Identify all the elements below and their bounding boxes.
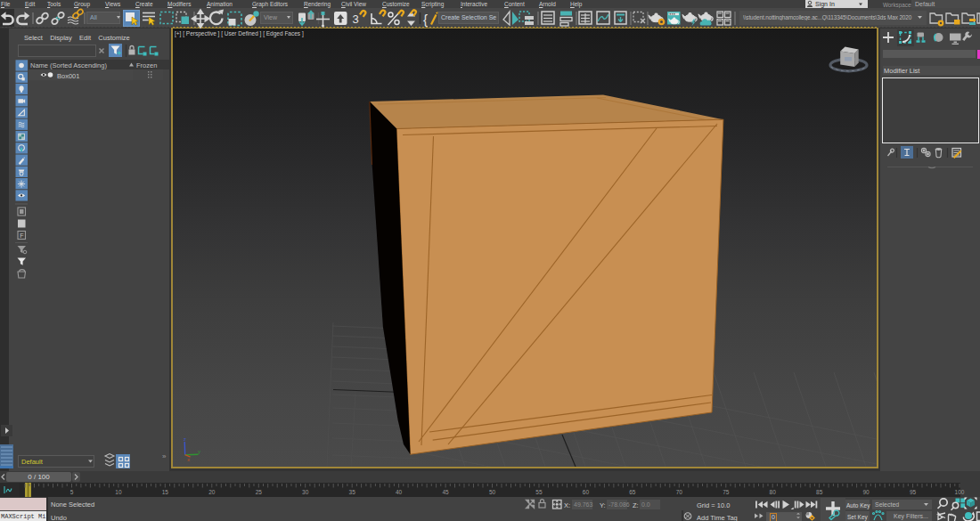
svg-text:{: { — [423, 12, 428, 27]
svg-text:x: x — [187, 457, 190, 462]
svg-text:z: z — [184, 436, 186, 442]
svg-text:F: F — [20, 232, 23, 239]
svg-text:3: 3 — [353, 12, 359, 26]
svg-text:y: y — [198, 449, 200, 454]
